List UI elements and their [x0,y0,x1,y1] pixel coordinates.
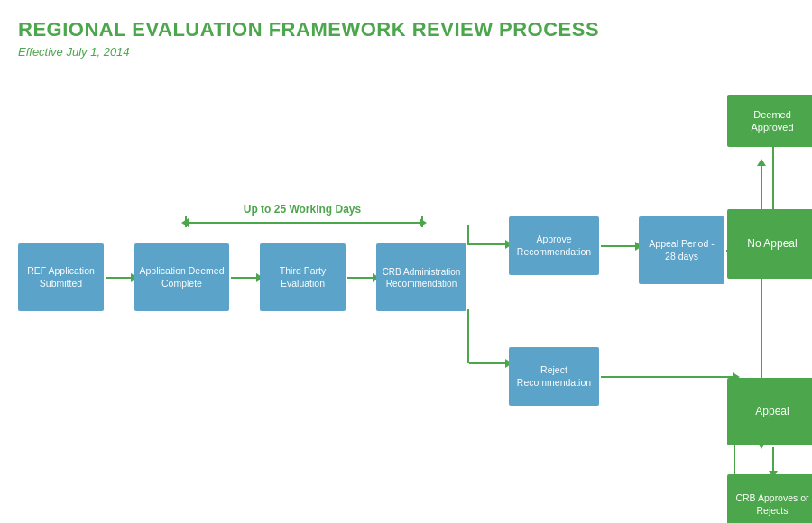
box-ref-application: REF Application Submitted [18,243,104,311]
arrow-appeal-to-crb-approves [772,447,774,473]
box-appeal-period: Appeal Period - 28 days [639,216,724,284]
box-no-appeal: No Appeal [727,209,812,279]
diagram-area: REF Application Submitted Application De… [18,77,794,491]
arrow-approve-to-appeal-period [601,245,637,247]
box-crb-admin: CRB Administration Recommendation [376,243,466,311]
box-crb-approves: CRB Approves or Rejects [727,474,812,523]
arrow-to-approve [469,243,507,245]
arrow-third-to-crb [347,277,374,279]
arrow-reject-to-crb-approves [601,376,734,378]
crb-vertical-down [467,309,469,363]
arrow-to-no-appeal-up [761,164,762,187]
page-subtitle: Effective July 1, 2014 [18,45,794,59]
page-title: REGIONAL EVALUATION FRAMEWORK REVIEW PRO… [18,18,794,41]
page: REGIONAL EVALUATION FRAMEWORK REVIEW PRO… [0,0,812,523]
reject-vert-connector [734,378,735,476]
arrow-ref-to-app [106,277,133,279]
box-third-party: Third Party Evaluation [260,243,346,311]
box-deemed-approved: Deemed Approved [727,95,812,147]
crb-vertical-up [467,225,469,245]
arrow-to-reject [469,362,507,364]
box-appeal: Appeal [727,378,812,445]
box-approve: Approve Recommendation [509,216,599,275]
bracket-horiz [187,222,421,224]
arrow-app-to-third [231,277,258,279]
box-reject: Reject Recommendation [509,347,599,406]
working-days-label: Up to 25 Working Days [212,203,392,216]
box-app-deemed: Application Deemed Complete [134,243,229,311]
